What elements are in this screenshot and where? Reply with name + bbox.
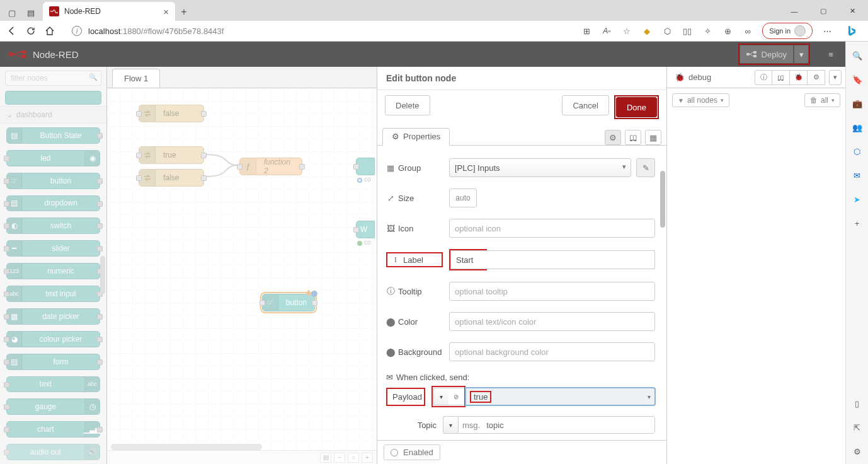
- maximize-button[interactable]: ▢: [809, 1, 838, 21]
- refresh-button[interactable]: [25, 25, 37, 37]
- properties-tab[interactable]: ⚙Properties: [382, 128, 450, 146]
- add-icon[interactable]: +: [851, 217, 864, 229]
- palette-filter-input[interactable]: [5, 71, 101, 86]
- palette-node[interactable]: ◕colour picker: [6, 331, 100, 347]
- collections2-icon[interactable]: ⊕: [722, 25, 733, 37]
- zoom-reset-button[interactable]: ○: [348, 453, 359, 463]
- bing-button[interactable]: [840, 21, 862, 42]
- group-select[interactable]: [PLC] Inputs: [449, 158, 631, 177]
- extension-icon[interactable]: ⬡: [661, 25, 673, 37]
- help-tab-button[interactable]: 🕮: [772, 70, 790, 85]
- cancel-button[interactable]: Cancel: [562, 95, 608, 115]
- debug-tab[interactable]: 🐞debug: [671, 72, 715, 82]
- palette-node[interactable]: led◉: [6, 150, 100, 166]
- sign-in-button[interactable]: Sign in: [762, 23, 813, 39]
- label-input-rest[interactable]: [487, 250, 655, 269]
- tooltip-input[interactable]: [449, 282, 655, 301]
- payload-value-select[interactable]: true: [465, 388, 655, 405]
- close-icon[interactable]: ×: [163, 6, 169, 17]
- palette-node[interactable]: chart▁▃▅: [6, 421, 100, 438]
- scrollbar[interactable]: [660, 171, 665, 228]
- home-button[interactable]: [44, 25, 55, 37]
- node-appearance-button[interactable]: ▦: [645, 130, 661, 145]
- palette-node[interactable]: gauge◷: [6, 398, 100, 415]
- send-icon[interactable]: ➤: [851, 193, 864, 206]
- qr-icon[interactable]: ⊞: [581, 25, 592, 37]
- idm-icon[interactable]: ◆: [641, 25, 653, 37]
- favorite-icon[interactable]: ☆: [621, 25, 632, 37]
- back-button[interactable]: [6, 25, 18, 37]
- info-tab-button[interactable]: ⓘ: [755, 70, 772, 85]
- flow-node[interactable]: ƒfunction 2: [239, 158, 302, 175]
- scrollbar[interactable]: [111, 444, 262, 450]
- flow-node-partial[interactable]: [356, 158, 375, 175]
- more-icon[interactable]: ⋯: [821, 25, 833, 37]
- palette-node[interactable]: ▤form: [6, 354, 100, 370]
- scrollbar[interactable]: [100, 256, 105, 294]
- deploy-dropdown[interactable]: ▾: [794, 45, 808, 63]
- toggle-sidebar-icon[interactable]: ▯: [851, 397, 864, 410]
- browser-tab[interactable]: Node-RED ×: [43, 2, 175, 21]
- config-tab-button[interactable]: ⚙: [808, 70, 825, 85]
- outlook-icon[interactable]: ✉: [851, 169, 864, 182]
- palette-node[interactable]: ◐switch: [6, 218, 100, 234]
- close-window-button[interactable]: ✕: [838, 1, 867, 21]
- node-description-button[interactable]: 🕮: [625, 130, 641, 145]
- filter-nodes-button[interactable]: ▼all nodes▾: [672, 93, 729, 107]
- clear-button[interactable]: 🗑all▾: [804, 93, 840, 107]
- palette-node[interactable]: ☞button: [6, 173, 100, 189]
- debug-tab-button[interactable]: 🐞: [790, 70, 808, 85]
- size-button[interactable]: auto: [449, 188, 477, 207]
- flow-node[interactable]: false: [139, 105, 204, 122]
- split-icon[interactable]: ▯▯: [682, 25, 693, 37]
- flow-canvas[interactable]: false true false ƒfunction 2 co W co ☞bu…: [107, 88, 377, 464]
- favorites-bar-icon[interactable]: ✧: [702, 25, 713, 37]
- zoom-in-button[interactable]: +: [362, 453, 373, 463]
- search-icon[interactable]: 🔍: [851, 49, 864, 62]
- done-button[interactable]: Done: [616, 97, 657, 117]
- palette-node[interactable]: ▤Button State: [6, 127, 100, 144]
- palette-node[interactable]: ━slider: [6, 240, 100, 257]
- games-icon[interactable]: 👥: [851, 121, 864, 134]
- color-input[interactable]: [449, 312, 655, 331]
- label-input[interactable]: [450, 250, 488, 269]
- settings-icon[interactable]: ⚙: [851, 445, 864, 458]
- url-field[interactable]: i localhost:1880/#flow/476b5e78.8443f: [63, 22, 573, 40]
- palette-node[interactable]: audio out🔊: [6, 444, 100, 460]
- topic-input[interactable]: [484, 417, 654, 433]
- deploy-button[interactable]: Deploy: [740, 45, 793, 63]
- flow-node-partial[interactable]: W: [356, 221, 375, 238]
- palette-node[interactable]: ▤dropdown: [6, 195, 100, 212]
- background-input[interactable]: [449, 342, 655, 361]
- site-info-icon[interactable]: i: [72, 26, 82, 36]
- more-tabs-button[interactable]: ▾: [829, 70, 842, 85]
- node-settings-button[interactable]: ⚙: [605, 130, 621, 145]
- payload-type-button[interactable]: ▾: [433, 388, 448, 405]
- minimize-button[interactable]: —: [780, 1, 809, 21]
- palette-node[interactable]: abctext input: [6, 286, 100, 302]
- palette-node[interactable]: 123numeric: [6, 263, 100, 279]
- flow-node[interactable]: false: [139, 169, 204, 187]
- enabled-toggle[interactable]: Enabled: [384, 444, 440, 460]
- topic-type-button[interactable]: ▾: [443, 416, 458, 434]
- share-icon[interactable]: ⇱: [851, 421, 864, 434]
- new-tab-button[interactable]: +: [175, 3, 193, 21]
- flow-node-button[interactable]: ☞button: [262, 294, 315, 311]
- delete-button[interactable]: Delete: [385, 95, 430, 115]
- edit-group-button[interactable]: ✎: [636, 158, 655, 177]
- read-aloud-icon[interactable]: A»: [601, 25, 612, 37]
- tab-overview-icon[interactable]: ▢: [8, 8, 16, 17]
- nav-toggle-button[interactable]: ▤: [320, 453, 331, 463]
- sync-icon[interactable]: ∞: [742, 25, 753, 37]
- collections-icon[interactable]: ▤: [26, 8, 35, 17]
- palette-node[interactable]: ▦date picker: [6, 308, 100, 325]
- menu-button[interactable]: ≡: [821, 45, 840, 64]
- office-icon[interactable]: ⬡: [851, 145, 864, 158]
- flow-tab[interactable]: Flow 1: [112, 69, 160, 88]
- palette-category[interactable]: ⌄dashboard: [0, 106, 106, 124]
- zoom-out-button[interactable]: −: [334, 453, 345, 463]
- icon-input[interactable]: [449, 219, 655, 238]
- tools-icon[interactable]: 💼: [851, 97, 864, 110]
- shopping-icon[interactable]: 🔖: [851, 73, 864, 86]
- palette-node[interactable]: textabc: [6, 376, 100, 393]
